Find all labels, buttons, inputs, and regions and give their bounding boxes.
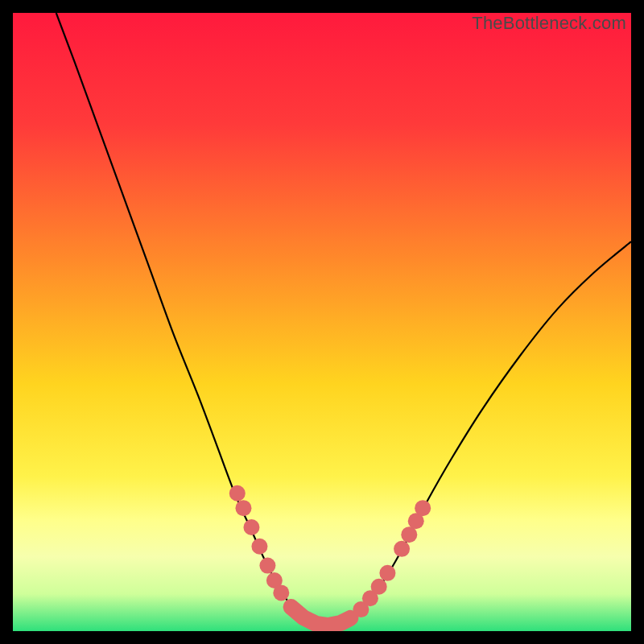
gradient-background xyxy=(13,13,631,631)
marker-dot xyxy=(371,579,387,595)
marker-dot xyxy=(259,558,275,574)
marker-dot xyxy=(229,485,246,502)
marker-dot xyxy=(273,584,289,601)
chart-frame: TheBottleneck.com xyxy=(0,0,644,644)
marker-dot xyxy=(394,541,410,557)
bottleneck-chart xyxy=(13,13,631,631)
watermark-label: TheBottleneck.com xyxy=(472,13,626,34)
plot-area: TheBottleneck.com xyxy=(13,13,631,631)
marker-dot xyxy=(415,500,431,516)
marker-dot xyxy=(235,500,251,516)
marker-dot xyxy=(251,539,267,555)
marker-dot xyxy=(243,519,259,535)
marker-dot xyxy=(379,565,395,581)
